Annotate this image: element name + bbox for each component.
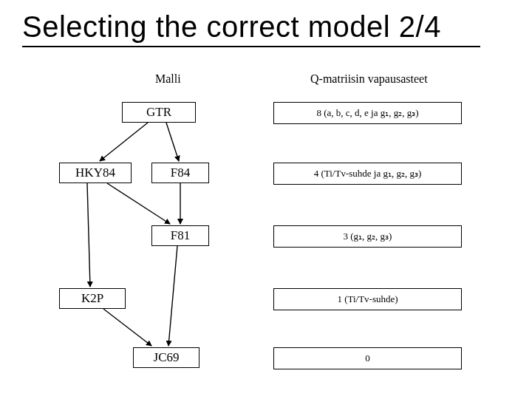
dof-hky: 4 (Ti/Tv-suhde ja g₁, g₂, g₃) [273, 163, 462, 185]
node-k2p: K2P [59, 288, 126, 309]
dof-k2p: 1 (Ti/Tv-suhde) [273, 288, 462, 310]
title-underline [22, 46, 480, 47]
dof-f81: 3 (g₁, g₂, g₃) [273, 225, 462, 248]
dof-jc69: 0 [273, 347, 462, 369]
svg-line-1 [166, 123, 179, 161]
column-header-model: Malli [155, 72, 181, 86]
node-gtr: GTR [122, 102, 196, 123]
column-header-dof: Q-matriisin vapausasteet [310, 72, 428, 86]
dof-gtr: 8 (a, b, c, d, e ja g₁, g₂, g₃) [273, 102, 462, 124]
svg-line-6 [103, 309, 151, 346]
svg-line-4 [87, 183, 90, 287]
svg-line-5 [168, 246, 177, 346]
page-title: Selecting the correct model 2/4 [22, 10, 441, 44]
svg-line-0 [100, 123, 148, 161]
node-jc69: JC69 [133, 347, 200, 368]
node-f81: F81 [151, 225, 209, 246]
node-f84: F84 [151, 163, 209, 183]
flowchart-arrows [0, 0, 532, 399]
node-hky84: HKY84 [59, 163, 132, 183]
svg-line-2 [107, 183, 170, 224]
